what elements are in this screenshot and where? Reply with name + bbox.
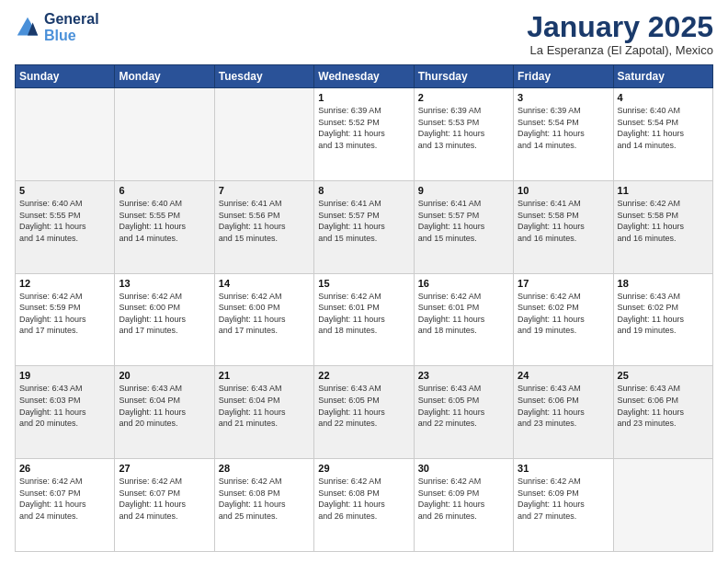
day-number: 6 xyxy=(119,185,210,196)
calendar-cell: 4Sunrise: 6:40 AM Sunset: 5:54 PM Daylig… xyxy=(613,88,712,181)
day-info: Sunrise: 6:41 AM Sunset: 5:58 PM Dayligh… xyxy=(518,198,609,244)
calendar-cell: 14Sunrise: 6:42 AM Sunset: 6:00 PM Dayli… xyxy=(214,273,313,366)
calendar-header-friday: Friday xyxy=(514,65,613,88)
day-info: Sunrise: 6:42 AM Sunset: 6:00 PM Dayligh… xyxy=(219,291,310,337)
day-number: 15 xyxy=(318,278,409,289)
day-info: Sunrise: 6:41 AM Sunset: 5:57 PM Dayligh… xyxy=(418,198,509,244)
calendar-header-tuesday: Tuesday xyxy=(214,65,313,88)
day-number: 16 xyxy=(418,278,509,289)
calendar-cell: 9Sunrise: 6:41 AM Sunset: 5:57 PM Daylig… xyxy=(414,180,513,273)
calendar-cell xyxy=(613,459,712,552)
calendar-cell: 11Sunrise: 6:42 AM Sunset: 5:58 PM Dayli… xyxy=(613,180,712,273)
calendar-header-row: SundayMondayTuesdayWednesdayThursdayFrid… xyxy=(16,65,713,88)
calendar-cell: 17Sunrise: 6:42 AM Sunset: 6:02 PM Dayli… xyxy=(514,273,613,366)
day-number: 13 xyxy=(119,278,210,289)
day-number: 3 xyxy=(518,92,609,103)
calendar-cell: 22Sunrise: 6:43 AM Sunset: 6:05 PM Dayli… xyxy=(314,366,414,459)
day-info: Sunrise: 6:39 AM Sunset: 5:52 PM Dayligh… xyxy=(318,105,409,151)
day-info: Sunrise: 6:41 AM Sunset: 5:56 PM Dayligh… xyxy=(219,198,310,244)
day-info: Sunrise: 6:43 AM Sunset: 6:03 PM Dayligh… xyxy=(19,383,110,429)
day-info: Sunrise: 6:43 AM Sunset: 6:06 PM Dayligh… xyxy=(518,383,609,429)
logo-icon xyxy=(15,15,40,40)
day-info: Sunrise: 6:42 AM Sunset: 6:01 PM Dayligh… xyxy=(318,291,409,337)
calendar-cell: 19Sunrise: 6:43 AM Sunset: 6:03 PM Dayli… xyxy=(16,366,115,459)
calendar-cell: 3Sunrise: 6:39 AM Sunset: 5:54 PM Daylig… xyxy=(514,88,613,181)
calendar-cell: 21Sunrise: 6:43 AM Sunset: 6:04 PM Dayli… xyxy=(214,366,313,459)
day-info: Sunrise: 6:42 AM Sunset: 5:58 PM Dayligh… xyxy=(618,198,709,244)
day-info: Sunrise: 6:40 AM Sunset: 5:55 PM Dayligh… xyxy=(19,198,110,244)
day-number: 22 xyxy=(318,370,409,381)
day-info: Sunrise: 6:42 AM Sunset: 6:09 PM Dayligh… xyxy=(418,476,509,522)
calendar-cell: 10Sunrise: 6:41 AM Sunset: 5:58 PM Dayli… xyxy=(514,180,613,273)
day-number: 25 xyxy=(618,370,709,381)
day-number: 7 xyxy=(219,185,310,196)
calendar-cell: 8Sunrise: 6:41 AM Sunset: 5:57 PM Daylig… xyxy=(314,180,414,273)
day-number: 2 xyxy=(418,92,509,103)
day-number: 23 xyxy=(418,370,509,381)
calendar-week-row: 12Sunrise: 6:42 AM Sunset: 5:59 PM Dayli… xyxy=(16,273,713,366)
day-number: 21 xyxy=(219,370,310,381)
calendar-cell: 20Sunrise: 6:43 AM Sunset: 6:04 PM Dayli… xyxy=(115,366,214,459)
day-number: 27 xyxy=(119,463,210,474)
calendar-header-wednesday: Wednesday xyxy=(314,65,414,88)
day-info: Sunrise: 6:42 AM Sunset: 6:08 PM Dayligh… xyxy=(219,476,310,522)
calendar-cell: 6Sunrise: 6:40 AM Sunset: 5:55 PM Daylig… xyxy=(115,180,214,273)
day-info: Sunrise: 6:43 AM Sunset: 6:04 PM Dayligh… xyxy=(119,383,210,429)
calendar-cell: 15Sunrise: 6:42 AM Sunset: 6:01 PM Dayli… xyxy=(314,273,414,366)
calendar-cell xyxy=(214,88,313,181)
calendar-cell: 5Sunrise: 6:40 AM Sunset: 5:55 PM Daylig… xyxy=(16,180,115,273)
calendar-cell: 31Sunrise: 6:42 AM Sunset: 6:09 PM Dayli… xyxy=(514,459,613,552)
day-number: 9 xyxy=(418,185,509,196)
day-info: Sunrise: 6:43 AM Sunset: 6:05 PM Dayligh… xyxy=(418,383,509,429)
calendar-header-monday: Monday xyxy=(115,65,214,88)
day-number: 12 xyxy=(19,278,110,289)
calendar-cell: 2Sunrise: 6:39 AM Sunset: 5:53 PM Daylig… xyxy=(414,88,513,181)
logo-text: General Blue xyxy=(44,11,99,43)
calendar-cell: 30Sunrise: 6:42 AM Sunset: 6:09 PM Dayli… xyxy=(414,459,513,552)
day-number: 28 xyxy=(219,463,310,474)
calendar-cell: 1Sunrise: 6:39 AM Sunset: 5:52 PM Daylig… xyxy=(314,88,414,181)
day-number: 17 xyxy=(518,278,609,289)
day-number: 5 xyxy=(19,185,110,196)
calendar-week-row: 26Sunrise: 6:42 AM Sunset: 6:07 PM Dayli… xyxy=(16,459,713,552)
day-info: Sunrise: 6:41 AM Sunset: 5:57 PM Dayligh… xyxy=(318,198,409,244)
calendar-week-row: 5Sunrise: 6:40 AM Sunset: 5:55 PM Daylig… xyxy=(16,180,713,273)
day-info: Sunrise: 6:39 AM Sunset: 5:53 PM Dayligh… xyxy=(418,105,509,151)
calendar-table: SundayMondayTuesdayWednesdayThursdayFrid… xyxy=(15,64,713,552)
calendar-cell: 16Sunrise: 6:42 AM Sunset: 6:01 PM Dayli… xyxy=(414,273,513,366)
calendar-cell: 24Sunrise: 6:43 AM Sunset: 6:06 PM Dayli… xyxy=(514,366,613,459)
day-number: 19 xyxy=(19,370,110,381)
day-info: Sunrise: 6:42 AM Sunset: 6:07 PM Dayligh… xyxy=(19,476,110,522)
day-number: 18 xyxy=(618,278,709,289)
calendar-cell: 26Sunrise: 6:42 AM Sunset: 6:07 PM Dayli… xyxy=(16,459,115,552)
day-number: 8 xyxy=(318,185,409,196)
calendar-cell xyxy=(16,88,115,181)
day-info: Sunrise: 6:42 AM Sunset: 6:00 PM Dayligh… xyxy=(119,291,210,337)
calendar-subtitle: La Esperanza (El Zapotal), Mexico xyxy=(527,43,713,57)
day-number: 30 xyxy=(418,463,509,474)
calendar-week-row: 1Sunrise: 6:39 AM Sunset: 5:52 PM Daylig… xyxy=(16,88,713,181)
day-number: 24 xyxy=(518,370,609,381)
calendar-header-sunday: Sunday xyxy=(16,65,115,88)
day-info: Sunrise: 6:43 AM Sunset: 6:02 PM Dayligh… xyxy=(618,291,709,337)
day-info: Sunrise: 6:42 AM Sunset: 6:02 PM Dayligh… xyxy=(518,291,609,337)
day-number: 26 xyxy=(19,463,110,474)
calendar-cell: 12Sunrise: 6:42 AM Sunset: 5:59 PM Dayli… xyxy=(16,273,115,366)
calendar-cell xyxy=(115,88,214,181)
calendar-cell: 28Sunrise: 6:42 AM Sunset: 6:08 PM Dayli… xyxy=(214,459,313,552)
calendar-cell: 13Sunrise: 6:42 AM Sunset: 6:00 PM Dayli… xyxy=(115,273,214,366)
calendar-cell: 29Sunrise: 6:42 AM Sunset: 6:08 PM Dayli… xyxy=(314,459,414,552)
calendar-title: January 2025 xyxy=(527,11,713,43)
day-number: 20 xyxy=(119,370,210,381)
calendar-cell: 18Sunrise: 6:43 AM Sunset: 6:02 PM Dayli… xyxy=(613,273,712,366)
day-info: Sunrise: 6:42 AM Sunset: 6:01 PM Dayligh… xyxy=(418,291,509,337)
day-number: 29 xyxy=(318,463,409,474)
title-block: January 2025 La Esperanza (El Zapotal), … xyxy=(527,11,713,57)
day-info: Sunrise: 6:42 AM Sunset: 6:09 PM Dayligh… xyxy=(518,476,609,522)
calendar-header-saturday: Saturday xyxy=(613,65,712,88)
day-info: Sunrise: 6:43 AM Sunset: 6:05 PM Dayligh… xyxy=(318,383,409,429)
day-number: 31 xyxy=(518,463,609,474)
calendar-week-row: 19Sunrise: 6:43 AM Sunset: 6:03 PM Dayli… xyxy=(16,366,713,459)
header: General Blue January 2025 La Esperanza (… xyxy=(15,11,713,57)
calendar-cell: 23Sunrise: 6:43 AM Sunset: 6:05 PM Dayli… xyxy=(414,366,513,459)
